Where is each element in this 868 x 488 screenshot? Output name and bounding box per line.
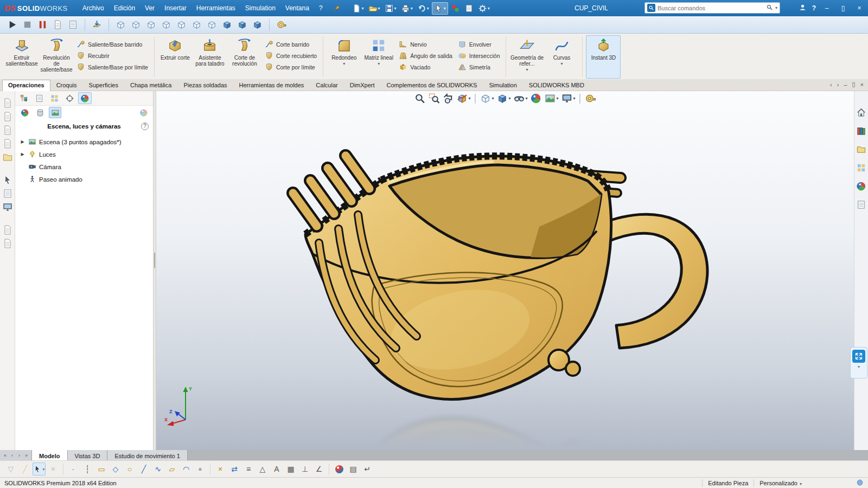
view-dimetric-button[interactable] — [220, 18, 234, 31]
file-explorer-icon[interactable] — [856, 144, 866, 157]
pin-menu-icon[interactable] — [333, 4, 341, 12]
circle-tool[interactable]: ○ — [123, 463, 136, 476]
maximize-button[interactable]: ▯ — [838, 4, 848, 12]
select-cursor-button[interactable]: ▾ — [33, 463, 46, 476]
save-button[interactable]: ▾ — [383, 3, 398, 14]
close-button[interactable]: × — [854, 4, 865, 12]
new-macro-button[interactable] — [51, 18, 65, 31]
display-relations-tool[interactable]: ⊥ — [298, 463, 311, 476]
recubrir-button[interactable]: Recubrir — [74, 50, 151, 61]
new-document-button[interactable]: ▾ — [350, 3, 366, 14]
docked-tool-icon[interactable] — [2, 202, 13, 213]
tab-scroll-first[interactable]: « — [2, 453, 8, 458]
view-right-button[interactable] — [159, 18, 173, 31]
clear-selections-button[interactable]: × — [47, 463, 60, 476]
line-tool[interactable]: ╱ — [137, 463, 150, 476]
design-library-icon[interactable] — [856, 126, 866, 138]
minimize-button[interactable]: – — [821, 4, 832, 12]
instant-3d-button[interactable]: Instant 3D — [586, 35, 621, 79]
sketch-pattern-tool[interactable]: ▦ — [284, 463, 297, 476]
quick-snaps-tool[interactable]: ∠ — [312, 463, 326, 476]
view-trimetric-button[interactable] — [235, 18, 249, 31]
fullscreen-arrows-icon[interactable] — [852, 350, 865, 363]
offset-entities-tool[interactable]: ≡ — [242, 463, 255, 476]
dropdown-icon[interactable]: ▾ — [560, 61, 563, 66]
dropdown-icon[interactable]: ▾ — [378, 61, 380, 66]
tab-calcular[interactable]: Calcular — [310, 80, 343, 91]
view-orientation-button[interactable]: ▾ — [480, 93, 494, 104]
tree-item-luces[interactable]: ▶ Luces — [17, 149, 151, 159]
interseccion-button[interactable]: Intersección — [455, 50, 503, 61]
dropdown-icon[interactable]: ▾ — [343, 61, 345, 66]
section-view-button[interactable]: ▾ — [456, 93, 470, 104]
featuremanager-tab[interactable] — [17, 92, 31, 104]
bucket-cup-model[interactable] — [293, 156, 707, 399]
view-left-button[interactable] — [144, 18, 158, 31]
quick-access-widget[interactable]: ▾ — [850, 347, 867, 378]
appearances-subtab[interactable] — [18, 107, 31, 118]
tab-scroll-next[interactable]: › — [16, 453, 22, 458]
search-icon[interactable] — [766, 3, 773, 13]
point-tool[interactable]: ∙ — [67, 463, 80, 476]
pane-right-button[interactable]: › — [837, 81, 839, 88]
tab-dimxpert[interactable]: DimXpert — [344, 80, 381, 91]
extruir-saliente-button[interactable]: Extruir saliente/base — [4, 35, 39, 79]
expand-icon[interactable]: ▶ — [20, 139, 25, 144]
edit-appearance-tool[interactable] — [333, 463, 346, 476]
help-button[interactable]: ? — [812, 4, 816, 12]
configurationmanager-tab[interactable] — [48, 92, 61, 104]
home-tab-icon[interactable] — [856, 107, 866, 120]
docked-tool-icon[interactable] — [2, 238, 13, 249]
tab-operaciones[interactable]: Operaciones — [2, 80, 50, 91]
nervio-button[interactable]: Nervio — [396, 39, 455, 50]
graphics-area[interactable]: ▾ ▾ ▾ ▾ ▾ ▾ Y X Z — [156, 91, 854, 450]
file-properties-button[interactable] — [463, 3, 475, 14]
scene-lights-cameras-subtab[interactable] — [49, 107, 61, 118]
edit-appearance-button[interactable] — [531, 93, 542, 104]
tab-solidworks-mbd[interactable]: SOLIDWORKS MBD — [523, 80, 590, 91]
command-search[interactable]: ▾ — [644, 2, 780, 14]
docked-tool-icon[interactable] — [2, 175, 13, 185]
view-back-button[interactable] — [129, 18, 143, 31]
selection-filter-icon[interactable]: ▽ — [4, 463, 17, 476]
record-macro-button[interactable] — [36, 18, 49, 31]
decals-subtab[interactable] — [34, 107, 46, 118]
zoom-to-fit-button[interactable] — [414, 93, 425, 104]
propertymanager-tab[interactable] — [33, 92, 46, 104]
bucket-cup-3d-model[interactable] — [156, 91, 854, 450]
text-tool[interactable]: A — [270, 463, 283, 476]
tab-estudio-movimiento[interactable]: Estudio de movimiento 1 — [107, 450, 187, 460]
tab-herramientas-moldes[interactable]: Herramientas de moldes — [233, 80, 310, 91]
docked-tool-icon[interactable] — [2, 152, 13, 163]
widget-dropdown-icon[interactable]: ▾ — [858, 364, 860, 369]
tab-simulation[interactable]: Simulation — [483, 80, 522, 91]
view-settings-button[interactable]: ▾ — [561, 93, 576, 104]
stop-macro-button[interactable] — [21, 18, 34, 31]
simetria-button[interactable]: Simetría — [455, 62, 503, 73]
mirror-entities-tool[interactable]: △ — [256, 463, 269, 476]
previous-view-button[interactable] — [442, 93, 454, 104]
menu-simulation[interactable]: Simulation — [240, 0, 280, 16]
measure-tape-button[interactable] — [275, 18, 288, 31]
displaymanager-tab[interactable] — [78, 92, 92, 104]
tree-item-camara[interactable]: Cámara — [17, 162, 151, 172]
menu-ventana[interactable]: Ventana — [280, 0, 314, 16]
docked-tool-icon[interactable] — [2, 125, 13, 136]
docked-tool-icon[interactable] — [2, 138, 13, 149]
play-macro-button[interactable] — [5, 18, 19, 31]
extruir-corte-button[interactable]: Extruir corte — [158, 35, 193, 79]
vaciado-button[interactable]: Vaciado — [396, 62, 455, 73]
apply-scene-button[interactable]: ▾ — [545, 93, 559, 104]
docked-tool-icon[interactable] — [2, 111, 13, 122]
tab-croquis[interactable]: Croquis — [50, 80, 83, 91]
saliente-barrido-button[interactable]: Saliente/Base barrido — [74, 39, 151, 50]
view-isometric-button[interactable] — [205, 18, 219, 31]
view-top-button[interactable] — [175, 18, 188, 31]
view-front-button[interactable] — [114, 18, 127, 31]
print-button[interactable]: ▾ — [399, 3, 414, 14]
tab-piezas-soldadas[interactable]: Piezas soldadas — [177, 80, 233, 91]
menu-ayuda[interactable]: ? — [314, 0, 328, 16]
globe-icon[interactable] — [856, 479, 864, 487]
dropdown-icon[interactable]: ▾ — [526, 67, 528, 72]
exit-sketch-tool[interactable]: ↵ — [361, 463, 374, 476]
